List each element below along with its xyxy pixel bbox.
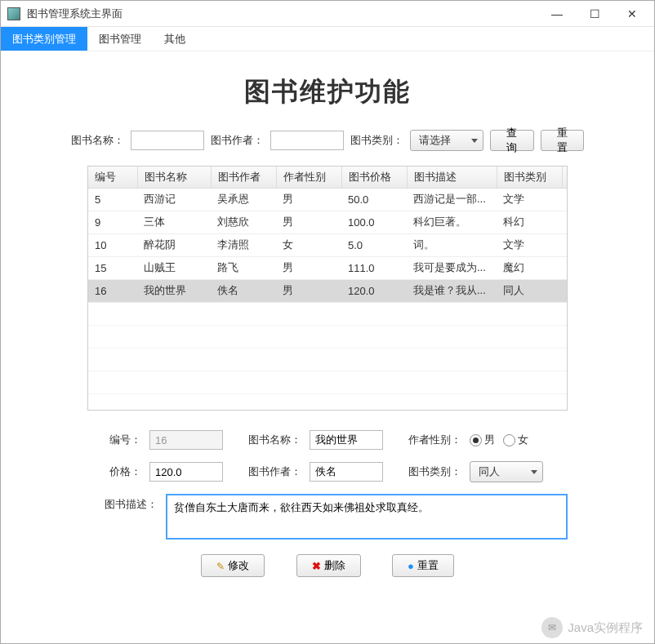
titlebar: 图书管理系统主界面 — ☐ ✕ bbox=[1, 1, 654, 27]
table-container: 编号图书名称图书作者作者性别图书价格图书描述图书类别+ 5西游记吴承恩男50.0… bbox=[87, 166, 568, 411]
menubar: 图书类别管理图书管理其他 bbox=[1, 27, 654, 51]
close-button[interactable]: ✕ bbox=[613, 2, 651, 26]
table-row[interactable]: 16我的世界佚名男120.0我是谁？我从...同人 bbox=[88, 279, 568, 302]
table-row[interactable]: 10醉花阴李清照女5.0词。文学 bbox=[88, 233, 568, 256]
empty-row bbox=[88, 393, 568, 411]
cell-author: 吴承恩 bbox=[211, 188, 276, 211]
action-row: 修改 删除 重置 bbox=[185, 554, 470, 577]
empty-row bbox=[88, 325, 568, 348]
cell-gender: 女 bbox=[276, 233, 341, 256]
col-header-6[interactable]: 图书类别 bbox=[497, 167, 562, 188]
cell-category: 同人 bbox=[497, 279, 562, 302]
menu-item-0[interactable]: 图书类别管理 bbox=[1, 27, 87, 51]
cell-category: 魔幻 bbox=[497, 256, 562, 279]
search-name-input[interactable] bbox=[131, 131, 204, 150]
form-price-label: 价格： bbox=[87, 464, 141, 479]
empty-row bbox=[88, 348, 568, 371]
cell-id: 10 bbox=[88, 233, 137, 256]
reset-form-button[interactable]: 重置 bbox=[392, 554, 454, 577]
cell-gender: 男 bbox=[276, 256, 341, 279]
cell-name: 西游记 bbox=[137, 188, 211, 211]
cell-name: 醉花阴 bbox=[137, 233, 211, 256]
cell-gender: 男 bbox=[276, 188, 341, 211]
form-desc-textarea[interactable] bbox=[166, 494, 568, 540]
window-title: 图书管理系统主界面 bbox=[27, 7, 538, 21]
search-category-value: 请选择 bbox=[419, 133, 451, 148]
table-row[interactable]: 15山贼王路飞男111.0我可是要成为...魔幻 bbox=[88, 256, 568, 279]
chevron-down-icon bbox=[531, 470, 537, 474]
cell-category: 文学 bbox=[497, 233, 562, 256]
cell-author: 李清照 bbox=[211, 233, 276, 256]
cell-id: 16 bbox=[88, 279, 137, 302]
form-price-input[interactable] bbox=[149, 462, 223, 482]
delete-button[interactable]: 删除 bbox=[296, 554, 361, 577]
cell-price: 5.0 bbox=[341, 233, 407, 256]
table-row[interactable]: 5西游记吴承恩男50.0西游记是一部...文学 bbox=[88, 188, 568, 211]
app-icon bbox=[7, 7, 20, 20]
col-header-3[interactable]: 作者性别 bbox=[276, 167, 341, 188]
cell-name: 三体 bbox=[137, 211, 211, 233]
form-id-input bbox=[149, 430, 223, 450]
col-header-2[interactable]: 图书作者 bbox=[211, 167, 276, 188]
form-desc-label: 图书描述： bbox=[87, 494, 158, 512]
search-author-input[interactable] bbox=[270, 131, 344, 150]
form-author-input[interactable] bbox=[310, 462, 383, 482]
empty-row bbox=[88, 371, 568, 393]
cell-price: 111.0 bbox=[341, 256, 407, 279]
cell-name: 山贼王 bbox=[137, 256, 211, 279]
form-author-label: 图书作者： bbox=[247, 464, 301, 479]
cell-gender: 男 bbox=[276, 279, 341, 302]
search-name-label: 图书名称： bbox=[71, 133, 124, 148]
maximize-button[interactable]: ☐ bbox=[576, 2, 613, 26]
col-header-4[interactable]: 图书价格 bbox=[341, 167, 407, 188]
gender-female-radio[interactable]: 女 bbox=[503, 433, 528, 447]
table-row[interactable]: 9三体刘慈欣男100.0科幻巨著。科幻 bbox=[88, 211, 568, 233]
window-controls: — ☐ ✕ bbox=[538, 2, 651, 26]
cell-desc: 我可是要成为... bbox=[407, 256, 497, 279]
search-author-label: 图书作者： bbox=[211, 133, 264, 148]
gender-male-radio[interactable]: 男 bbox=[470, 433, 495, 447]
add-column-button[interactable]: + bbox=[562, 167, 568, 188]
edit-form: 编号： 图书名称： 作者性别： 男 女 bbox=[87, 430, 568, 577]
cell-price: 50.0 bbox=[341, 188, 407, 211]
menu-item-2[interactable]: 其他 bbox=[153, 27, 197, 51]
menu-item-1[interactable]: 图书管理 bbox=[87, 27, 153, 51]
reset-icon bbox=[408, 560, 414, 572]
col-header-0[interactable]: 编号 bbox=[88, 167, 137, 188]
book-table: 编号图书名称图书作者作者性别图书价格图书描述图书类别+ 5西游记吴承恩男50.0… bbox=[88, 167, 568, 411]
modify-button[interactable]: 修改 bbox=[201, 554, 265, 577]
chevron-down-icon bbox=[471, 139, 478, 143]
cell-category: 科幻 bbox=[497, 211, 562, 233]
cell-id: 5 bbox=[88, 188, 137, 211]
search-category-label: 图书类别： bbox=[350, 133, 403, 148]
cell-name: 我的世界 bbox=[137, 279, 211, 302]
col-header-1[interactable]: 图书名称 bbox=[137, 167, 211, 188]
cell-author: 路飞 bbox=[211, 256, 276, 279]
query-button[interactable]: 查询 bbox=[490, 130, 534, 151]
minimize-button[interactable]: — bbox=[538, 2, 576, 26]
watermark: ✉ Java实例程序 bbox=[541, 617, 643, 638]
search-category-combo[interactable]: 请选择 bbox=[410, 130, 483, 151]
cell-desc: 科幻巨著。 bbox=[407, 211, 497, 233]
form-category-combo[interactable]: 同人 bbox=[470, 461, 543, 482]
reset-search-button[interactable]: 重置 bbox=[541, 130, 585, 151]
cell-gender: 男 bbox=[276, 211, 341, 233]
cell-author: 刘慈欣 bbox=[211, 211, 276, 233]
search-row: 图书名称： 图书作者： 图书类别： 请选择 查询 重置 bbox=[71, 130, 584, 151]
form-category-label: 图书类别： bbox=[408, 464, 461, 479]
cell-category: 文学 bbox=[497, 188, 562, 211]
delete-icon bbox=[312, 560, 321, 572]
col-header-5[interactable]: 图书描述 bbox=[407, 167, 497, 188]
content-area: 图书维护功能 图书名称： 图书作者： 图书类别： 请选择 查询 重置 bbox=[1, 51, 654, 643]
radio-icon bbox=[470, 434, 482, 446]
page-title: 图书维护功能 bbox=[14, 74, 641, 110]
cell-desc: 我是谁？我从... bbox=[407, 279, 497, 302]
form-name-label: 图书名称： bbox=[247, 433, 301, 447]
radio-icon bbox=[503, 434, 515, 446]
form-name-input[interactable] bbox=[310, 430, 383, 450]
wechat-icon: ✉ bbox=[541, 617, 563, 638]
cell-id: 15 bbox=[88, 256, 137, 279]
edit-icon bbox=[216, 560, 225, 572]
cell-desc: 西游记是一部... bbox=[407, 188, 497, 211]
empty-row bbox=[88, 302, 568, 325]
